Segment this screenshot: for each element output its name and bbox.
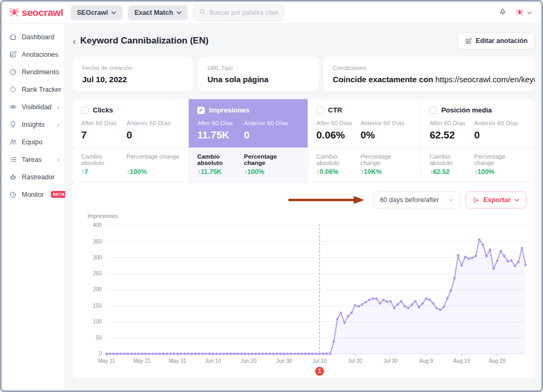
search-icon [199, 8, 206, 18]
sidebar-item-visibilidad[interactable]: Visibilidad› [2, 98, 65, 116]
search-input[interactable] [209, 9, 278, 16]
sidebar-item-rank-tracker[interactable]: Rank Tracker› [2, 81, 65, 98]
after-period-label: After 60 Días [430, 120, 474, 126]
export-label: Exportar [484, 196, 511, 204]
metric-card-clicks[interactable]: Clicks After 60 Días Anterior 60 Días 7 … [73, 99, 188, 182]
notifications-bell-icon[interactable] [498, 7, 507, 18]
sidebar-item-label: Equipo [22, 138, 42, 146]
match-type-dropdown[interactable]: Exact Match [128, 5, 188, 20]
metrics-row: Clicks After 60 Días Anterior 60 Días 7 … [73, 99, 535, 182]
main-content: ‹ Keyword Cannibalization (EN) Editar an… [65, 24, 541, 390]
svg-text:Aug 19: Aug 19 [453, 358, 470, 364]
user-account-menu[interactable] [515, 7, 532, 18]
sidebar-item-label: Insights [22, 121, 45, 128]
diamond-icon [9, 85, 17, 93]
app-window: seocrawl SEOcrawl Exact Match [0, 0, 543, 392]
svg-text:May 21: May 21 [134, 358, 151, 364]
line-chart-canvas[interactable]: 050100150200250300350400May 11May 21May … [80, 220, 531, 379]
svg-text:300: 300 [93, 255, 102, 260]
before-period-label: Anterior 60 Días [244, 120, 299, 126]
metric-name: Clicks [93, 106, 113, 114]
sidebar-item-monitor[interactable]: MonitorBETA [2, 186, 65, 203]
absolute-change-value: ↑0.06% [317, 168, 361, 176]
absolute-change-label: Cambio absoluto [81, 153, 127, 166]
chevron-down-icon [177, 11, 181, 14]
match-type-label: Exact Match [134, 9, 173, 16]
ctr-checkbox[interactable] [317, 107, 324, 114]
sidebar-item-label: Rendimiento [22, 68, 59, 76]
percentage-change-label: Percentage change [474, 153, 527, 166]
sidebar-item-label: Visibilidad [22, 103, 51, 111]
sidebar-item-tareas[interactable]: Tareas› [2, 151, 65, 168]
before-period-value: 0 [244, 129, 299, 141]
beta-badge: BETA [51, 191, 67, 198]
sidebar-item-label: Rank Tracker [22, 86, 61, 93]
before-period-label: Anterior 60 Días [127, 120, 180, 126]
after-period-label: After 60 Días [197, 120, 244, 126]
svg-text:Aug 29: Aug 29 [489, 358, 506, 364]
sidebar-item-rastreador[interactable]: Rastreador [2, 168, 65, 186]
svg-text:1: 1 [318, 368, 321, 374]
info-card-label: URL Tipo [207, 65, 309, 71]
percentage-change-label: Percentage change [361, 153, 413, 166]
chevron-down-icon [527, 11, 532, 14]
svg-text:Jun 20: Jun 20 [241, 358, 257, 364]
posici-n-media-checkbox[interactable] [430, 107, 437, 114]
date-range-label: 60 days before/after [380, 196, 439, 204]
before-period-value: 0% [361, 129, 413, 141]
page-title: Keyword Cannibalization (EN) [80, 36, 208, 46]
metric-card-impresiones[interactable]: ✓ Impresiones After 60 Días Anterior 60 … [188, 99, 308, 182]
after-period-value: 62.52 [430, 129, 474, 141]
after-period-value: 0.06% [317, 129, 361, 141]
keyword-search[interactable] [193, 4, 284, 21]
svg-text:350: 350 [93, 239, 102, 245]
export-button[interactable]: Exportar [466, 191, 527, 208]
after-period-value: 7 [81, 129, 127, 141]
before-period-value: 0 [474, 129, 527, 141]
impresiones-checkbox[interactable]: ✓ [197, 107, 205, 114]
date-range-dropdown[interactable]: 60 days before/after [373, 191, 460, 208]
team-icon [9, 138, 17, 146]
svg-text:250: 250 [93, 271, 102, 276]
percentage-change-value: ↑10K% [361, 168, 413, 176]
metric-card-posici-n-media[interactable]: Posición media After 60 Días Anterior 60… [421, 99, 535, 182]
sidebar-item-insights[interactable]: Insights› [2, 116, 65, 133]
svg-text:200: 200 [93, 286, 102, 292]
after-period-label: After 60 Días [81, 120, 127, 126]
before-period-label: Anterior 60 Días [474, 120, 527, 126]
sidebar-item-label: Tareas [22, 156, 42, 163]
metric-name: Impresiones [209, 106, 250, 114]
impressions-chart: Impresiones 050100150200250300350400May … [73, 212, 535, 381]
percentage-change-value: ↑100% [127, 168, 180, 176]
absolute-change-value: ↑7 [81, 168, 127, 176]
home-icon [9, 33, 17, 41]
svg-text:400: 400 [93, 222, 102, 228]
svg-text:Jun 10: Jun 10 [205, 358, 221, 364]
chart-controls: 60 days before/after Exportar [73, 182, 535, 212]
sidebar-item-equipo[interactable]: Equipo [2, 133, 65, 151]
chart-series-label: Impresiones [87, 213, 531, 219]
before-period-value: 0 [127, 129, 180, 141]
chevron-down-icon [111, 11, 116, 14]
annotation-icon [9, 50, 17, 58]
edit-annotation-button[interactable]: Editar anotación [458, 32, 535, 49]
info-card-value: Jul 10, 2022 [82, 75, 127, 84]
metric-card-ctr[interactable]: CTR After 60 Días Anterior 60 Días 0.06%… [308, 99, 421, 182]
eye-icon [9, 103, 17, 111]
sidebar-item-dashboard[interactable]: Dashboard [2, 28, 65, 46]
clicks-checkbox[interactable] [81, 107, 89, 114]
before-period-label: Anterior 60 Días [361, 120, 413, 126]
sidebar-item-anotaciones[interactable]: Anotaciones [2, 46, 65, 63]
info-cards-row: Fecha de creaciónJul 10, 2022URL TipoUna… [73, 57, 535, 92]
chevron-down-icon [449, 198, 453, 202]
absolute-change-value: ↑11.75K [197, 168, 244, 176]
back-chevron-icon[interactable]: ‹ [73, 36, 76, 46]
edit-pencil-icon [465, 38, 472, 45]
info-card-value: Una sola página [207, 75, 268, 84]
brand-logo[interactable]: seocrawl [2, 6, 65, 19]
chevron-right-icon: › [57, 103, 59, 111]
project-selector-dropdown[interactable]: SEOcrawl [71, 5, 122, 20]
sidebar-item-rendimiento[interactable]: Rendimiento [2, 63, 65, 81]
percentage-change-value: ↑100% [474, 168, 527, 176]
svg-text:100: 100 [93, 319, 102, 325]
